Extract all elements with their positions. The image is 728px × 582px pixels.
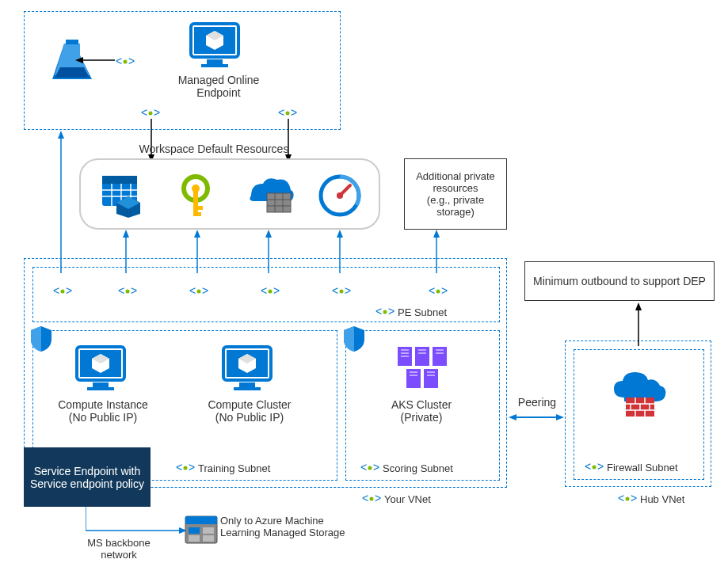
svg-rect-3 (207, 59, 223, 64)
svg-text:<: < (375, 306, 382, 318)
svg-text:>: > (631, 493, 637, 504)
svg-point-103 (368, 466, 372, 470)
arrow-firewall-to-outbound (634, 302, 643, 350)
svg-text:>: > (202, 285, 208, 297)
managed-storage-icon (184, 515, 219, 546)
pe-icon: <> (118, 285, 137, 298)
svg-text:>: > (441, 285, 448, 297)
workspace-title: Workspace Default Resources (127, 143, 301, 155)
svg-marker-51 (337, 230, 343, 238)
pe-icon: <> (429, 285, 448, 298)
compute-instance-label: Compute Instance (No Public IP) (53, 398, 153, 424)
svg-rect-0 (66, 40, 78, 44)
keyvault-icon (176, 174, 215, 218)
svg-point-6 (124, 60, 128, 64)
svg-text:>: > (373, 462, 379, 474)
svg-text:<: < (429, 285, 435, 297)
your-vnet-label: <> Your VNet (362, 493, 473, 505)
svg-marker-135 (635, 302, 642, 310)
svg-marker-43 (58, 131, 64, 139)
peering-arrow (509, 412, 564, 423)
svg-text:<: < (360, 462, 367, 474)
shield-icon (29, 325, 53, 353)
managed-storage-label: Only to Azure Machine Learning Managed S… (220, 515, 363, 538)
arrow-down-right (284, 119, 293, 162)
ms-backbone-label: MS backbone network (75, 537, 162, 561)
svg-marker-116 (509, 414, 516, 420)
firewall-subnet-label: <> Firewall Subnet (585, 461, 703, 474)
svg-text:>: > (189, 462, 195, 474)
pe-subnet-box: <> <> <> <> <> <> <> PE Subnet (32, 267, 500, 322)
svg-rect-30 (193, 206, 203, 210)
storage-icon (101, 174, 144, 218)
arrow-pe-to-ml-flask (56, 131, 66, 277)
managed-endpoint-box: Managed Online Endpoint <> <> <> (24, 11, 341, 130)
hub-vnet-box: <> Firewall Subnet (565, 340, 711, 487)
svg-marker-49 (265, 230, 272, 238)
svg-rect-82 (234, 387, 261, 390)
container-registry-icon (247, 176, 295, 215)
svg-point-64 (269, 290, 273, 294)
arrow-down-left (147, 119, 156, 162)
arrow-endpoint-to-ml (75, 55, 119, 65)
svg-rect-110 (185, 516, 217, 524)
svg-rect-112 (203, 527, 214, 534)
svg-text:<: < (53, 285, 59, 297)
compute-instance-icon (73, 343, 128, 394)
training-subnet-label: <> Training Subnet (176, 462, 318, 474)
svg-text:>: > (597, 461, 604, 473)
svg-text:<: < (278, 107, 284, 119)
svg-point-132 (626, 497, 630, 501)
svg-rect-78 (87, 387, 114, 390)
aks-cluster-icon (390, 343, 453, 394)
svg-text:>: > (291, 107, 297, 119)
compute-cluster-icon (219, 343, 275, 394)
svg-rect-32 (267, 193, 291, 212)
svg-text:>: > (131, 285, 137, 297)
svg-text:>: > (375, 493, 381, 504)
pe-icon: <> (261, 285, 280, 298)
svg-text:<: < (332, 285, 338, 297)
svg-text:<: < (176, 462, 182, 474)
svg-text:<: < (189, 285, 196, 297)
svg-text:>: > (128, 55, 135, 67)
svg-text:<: < (585, 461, 591, 473)
svg-point-41 (337, 192, 343, 199)
svg-rect-111 (189, 527, 200, 534)
svg-text:<: < (141, 107, 147, 119)
svg-text:>: > (345, 285, 351, 297)
svg-point-58 (126, 290, 130, 294)
svg-text:<: < (618, 493, 624, 504)
pe-icon: <> (332, 285, 351, 298)
svg-point-9 (149, 112, 153, 116)
scoring-subnet-label: <> Scoring Subnet (360, 462, 495, 474)
pe-icon: <> (53, 285, 72, 298)
svg-text:>: > (66, 285, 72, 297)
monitor-cube-icon (187, 20, 242, 71)
firewall-icon (610, 370, 669, 421)
svg-point-84 (184, 466, 188, 470)
additional-resources-label: Additional private resources (e.g., priv… (410, 170, 501, 218)
svg-rect-21 (102, 176, 137, 184)
pe-subnet-label: <> PE Subnet (375, 306, 478, 318)
svg-rect-31 (193, 212, 201, 216)
svg-point-67 (340, 290, 344, 294)
svg-marker-47 (194, 230, 200, 238)
outbound-label: Minimum outbound to support DEP (533, 275, 706, 287)
svg-point-73 (383, 310, 387, 314)
service-endpoint-box: Service Endpoint with Service endpoint p… (24, 447, 151, 507)
firewall-subnet-box: <> Firewall Subnet (574, 349, 704, 480)
pe-icon: <> (141, 107, 160, 120)
pe-icon: <> (189, 285, 208, 298)
additional-resources-box: Additional private resources (e.g., priv… (404, 158, 507, 230)
svg-point-12 (286, 112, 290, 116)
svg-text:>: > (154, 107, 160, 119)
svg-point-106 (370, 497, 374, 501)
svg-text:>: > (273, 285, 280, 297)
svg-point-70 (436, 290, 440, 294)
peering-label: Peering (513, 396, 561, 409)
aks-cluster-label: AKS Cluster (Private) (382, 398, 461, 424)
svg-point-129 (593, 466, 597, 470)
workspace-resources-box (79, 158, 380, 230)
svg-marker-53 (433, 230, 440, 238)
